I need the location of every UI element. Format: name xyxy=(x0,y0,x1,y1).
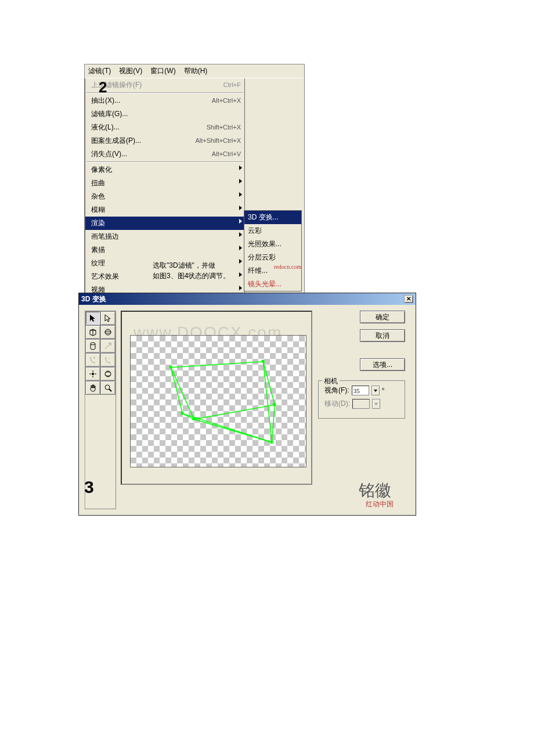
camera-legend: 相机 xyxy=(322,376,340,386)
hand-tool-icon[interactable] xyxy=(85,381,100,395)
menuitem-pixelate[interactable]: 像素化 xyxy=(85,163,244,177)
fov-input[interactable] xyxy=(352,386,369,395)
submenu-fibers[interactable]: 纤维... xyxy=(244,264,301,278)
svg-text:+: + xyxy=(93,356,96,361)
pan-camera-tool-icon[interactable] xyxy=(85,367,100,381)
submenu-diff-clouds[interactable]: 分层云彩 xyxy=(244,251,301,264)
dialog-side-panel: 确定 取消 选项... 相机 视角(F): ° 移动(D): xyxy=(317,311,410,509)
svg-point-7 xyxy=(105,385,110,390)
cube-tool-icon[interactable] xyxy=(85,325,100,339)
close-button[interactable]: ✕ xyxy=(404,295,413,303)
menuitem-last-filter: 上次滤镜操作(F) Ctrl+F xyxy=(85,78,244,92)
menuitem-blur[interactable]: 模糊 xyxy=(85,203,244,217)
cancel-button[interactable]: 取消 xyxy=(360,329,405,342)
menuitem-extract[interactable]: 抽出(X)...Alt+Ctrl+X xyxy=(85,94,244,107)
dolly-label: 移动(D): xyxy=(324,399,350,409)
zoom-tool-icon[interactable] xyxy=(100,381,116,395)
svg-rect-11 xyxy=(273,403,276,406)
menuitem-filter-gallery[interactable]: 滤镜库(G)... xyxy=(85,107,244,121)
submenu-3d-transform[interactable]: 3D 变换... xyxy=(244,211,301,224)
menuitem-artistic[interactable]: 艺术效果 xyxy=(85,270,244,283)
menuitem-render[interactable]: 渲染 xyxy=(85,217,244,230)
menuitem-pattern-maker[interactable]: 图案生成器(P)...Alt+Shift+Ctrl+X xyxy=(85,134,244,147)
submenu-lighting[interactable]: 光照效果... xyxy=(244,237,301,251)
submenu-clouds[interactable]: 云彩 xyxy=(244,224,301,237)
svg-point-1 xyxy=(105,331,111,333)
svg-rect-12 xyxy=(192,417,195,420)
svg-line-8 xyxy=(109,389,111,391)
svg-rect-9 xyxy=(169,366,172,369)
convert-anchor-tool-icon[interactable] xyxy=(100,339,116,353)
dolly-spinner xyxy=(372,399,380,409)
preview-area: www.DOOCX.com xyxy=(121,311,312,485)
menuitem-liquify[interactable]: 液化(L)...Shift+Ctrl+X xyxy=(85,121,244,134)
render-submenu: 3D 变换... 云彩 光照效果... 分层云彩 纤维... 镜头光晕... xyxy=(244,210,302,291)
add-anchor-tool-icon[interactable]: + xyxy=(85,353,100,367)
menuitem-noise[interactable]: 杂色 xyxy=(85,190,244,203)
options-button[interactable]: 选项... xyxy=(360,358,405,371)
submenu-lens-flare[interactable]: 镜头光晕... xyxy=(244,278,301,291)
selection-tool-icon[interactable] xyxy=(85,311,100,325)
cylinder-tool-icon[interactable] xyxy=(85,339,100,353)
menuitem-distort[interactable]: 扭曲 xyxy=(85,177,244,190)
svg-rect-14 xyxy=(270,441,273,444)
direct-selection-tool-icon[interactable] xyxy=(100,311,116,325)
menubar: 滤镜(T) 视图(V) 窗口(W) 帮助(H) xyxy=(85,64,304,78)
svg-rect-13 xyxy=(181,412,183,415)
dialog-title: 3D 变换 xyxy=(81,294,106,304)
preview-canvas[interactable] xyxy=(130,335,306,467)
delete-anchor-tool-icon[interactable]: - xyxy=(100,353,116,367)
sphere-tool-icon[interactable] xyxy=(100,325,116,339)
menu-help[interactable]: 帮助(H) xyxy=(184,66,208,76)
camera-group: 相机 视角(F): ° 移动(D): xyxy=(318,380,405,419)
menuitem-brush-strokes[interactable]: 画笔描边 xyxy=(85,230,244,243)
menuitem-texture[interactable]: 纹理 xyxy=(85,257,244,270)
svg-point-0 xyxy=(105,329,111,335)
menu-view[interactable]: 视图(V) xyxy=(119,66,142,76)
dolly-input xyxy=(352,399,370,409)
svg-rect-10 xyxy=(262,360,265,363)
menu-window[interactable]: 窗口(W) xyxy=(150,66,175,76)
dialog-3d-transform: 3D 变换 ✕ xyxy=(78,293,416,516)
menuitem-vanishing-point[interactable]: 消失点(V)...Alt+Ctrl+V xyxy=(85,147,244,161)
menu-filter[interactable]: 滤镜(T) xyxy=(88,66,111,76)
fov-spinner[interactable] xyxy=(371,386,380,395)
filter-dropdown: 上次滤镜操作(F) Ctrl+F 抽出(X)...Alt+Ctrl+X 滤镜库(… xyxy=(85,78,245,297)
menuitem-sketch[interactable]: 素描 xyxy=(85,243,244,257)
step-label-3: 3 xyxy=(84,477,94,497)
fov-unit: ° xyxy=(382,387,385,395)
fov-label: 视角(F): xyxy=(324,386,349,395)
trackball-tool-icon[interactable] xyxy=(100,367,116,381)
svg-text:-: - xyxy=(108,356,110,361)
svg-point-2 xyxy=(91,343,95,345)
ok-button[interactable]: 确定 xyxy=(360,311,405,323)
svg-point-5 xyxy=(92,373,94,375)
dialog-titlebar: 3D 变换 ✕ xyxy=(79,293,416,305)
